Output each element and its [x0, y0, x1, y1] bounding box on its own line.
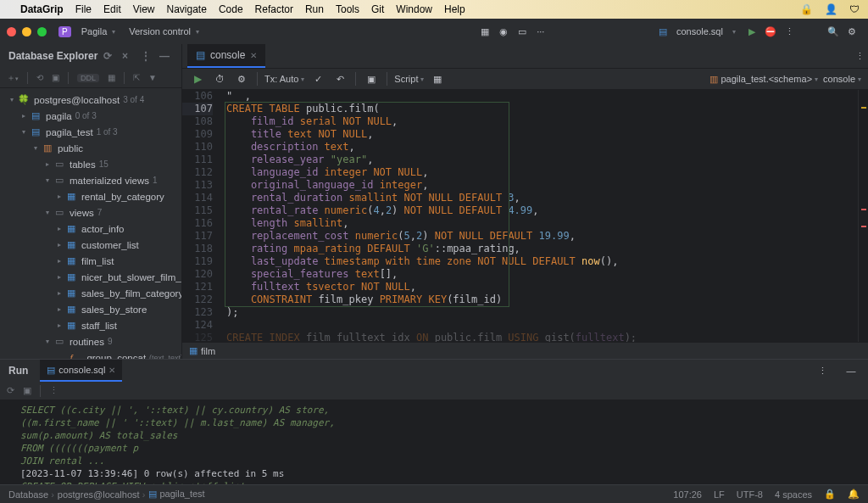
hide-icon[interactable]: —: [159, 50, 173, 62]
menu-edit[interactable]: Edit: [103, 3, 121, 15]
tree-root[interactable]: ▾🍀postgres@localhost3 of 4: [0, 92, 181, 108]
tree-view[interactable]: ▸▦customer_list: [0, 237, 181, 253]
menu-refactor[interactable]: Refactor: [255, 3, 293, 15]
schema-selector[interactable]: ▥pagila_test.<schema>: [709, 74, 818, 85]
run-output[interactable]: SELECT ((c.city || ', '::text) || cy.cou…: [0, 400, 868, 484]
menu-help[interactable]: Help: [444, 3, 465, 15]
run-more-icon[interactable]: ⋮: [814, 362, 831, 379]
history-icon[interactable]: ⏱: [211, 70, 228, 87]
tree-view[interactable]: ▸▦film_list: [0, 253, 181, 269]
more-run-icon[interactable]: ⋮: [780, 22, 798, 41]
crumb-label[interactable]: film: [201, 346, 215, 356]
debug-button[interactable]: ⛔: [761, 22, 780, 41]
menu-tools[interactable]: Tools: [336, 3, 359, 15]
lock-icon[interactable]: 🔒: [800, 3, 813, 15]
project-selector[interactable]: Pagila: [75, 26, 123, 36]
notifications-icon[interactable]: 🔔: [848, 489, 860, 500]
tree-views[interactable]: ▾▭views7: [0, 204, 181, 221]
filter-icon[interactable]: ▼: [148, 73, 157, 82]
close-button[interactable]: [7, 27, 16, 36]
commit-icon[interactable]: ✓: [309, 70, 326, 87]
tree-db-pagila-test[interactable]: ▾▤pagila_test1 of 3: [0, 124, 181, 140]
app-name[interactable]: DataGrip: [20, 3, 64, 15]
run-more2-icon[interactable]: ⋮: [49, 385, 58, 396]
editor-crumbs: ▦ film: [182, 342, 868, 359]
add-icon[interactable]: ＋▾: [7, 72, 19, 84]
open-folder-icon[interactable]: ▭: [513, 22, 531, 41]
rollback-icon[interactable]: ↶: [331, 70, 348, 87]
stop-exec-icon[interactable]: ▣: [363, 70, 380, 87]
table-icon[interactable]: ▦: [108, 73, 115, 82]
crumb-table-icon: ▦: [189, 345, 198, 356]
profile-icon[interactable]: 👤: [825, 3, 837, 15]
editor-tab-console[interactable]: ▤ console ✕: [187, 44, 265, 68]
explain-icon[interactable]: ⚙: [233, 70, 250, 87]
run-button[interactable]: ▶: [743, 22, 761, 41]
readonly-icon[interactable]: 🔒: [824, 489, 836, 500]
db-explorer-toolbar: ＋▾ ⟲ ▣ DDL ▦ ⇱ ▼: [0, 68, 181, 88]
menu-code[interactable]: Code: [219, 3, 243, 15]
search-icon[interactable]: 🔍: [824, 22, 843, 41]
run-tab[interactable]: ▤ console.sql ✕: [40, 360, 122, 382]
tree-view[interactable]: ▸▦sales_by_film_category: [0, 285, 181, 301]
refresh-icon[interactable]: ⟳: [103, 50, 117, 62]
run-anything-icon[interactable]: ◉: [494, 22, 513, 41]
tree-matviews[interactable]: ▾▭materialized views1: [0, 172, 181, 188]
ddl-button[interactable]: DDL: [77, 74, 99, 82]
vc-selector[interactable]: Version control: [122, 26, 206, 36]
rerun-icon[interactable]: ⟳: [7, 385, 14, 396]
stop-icon[interactable]: ▣: [52, 73, 59, 82]
db-explorer-header: Database Explorer ⟳ × ⋮ —: [0, 44, 181, 68]
grid-icon[interactable]: ▦: [429, 70, 446, 87]
menu-git[interactable]: Git: [371, 3, 384, 15]
mac-menubar: DataGrip File Edit View Navigate Code Re…: [0, 0, 868, 19]
indent[interactable]: 4 spaces: [775, 489, 812, 500]
line-ending[interactable]: LF: [714, 489, 725, 500]
more-icon[interactable]: ⋮: [141, 50, 154, 62]
menu-file[interactable]: File: [75, 3, 92, 15]
tree-view[interactable]: ▸▦nicer_but_slower_film_list: [0, 269, 181, 285]
tree-schema-public[interactable]: ▾▥public: [0, 140, 181, 156]
collapse-icon[interactable]: ×: [122, 50, 136, 62]
tree-routines[interactable]: ▾▭routines9: [0, 333, 181, 349]
database-icon[interactable]: ▦: [476, 22, 494, 41]
code-editor[interactable]: 1061071081091101111121131141151161171181…: [182, 90, 868, 342]
tree-db-pagila[interactable]: ▸▤pagila0 of 3: [0, 108, 181, 124]
tree-mv-rental[interactable]: ▸▦rental_by_category: [0, 188, 181, 204]
tree-view[interactable]: ▸▦sales_by_store: [0, 301, 181, 317]
tree-tables[interactable]: ▸▭tables15: [0, 156, 181, 172]
status-crumbs[interactable]: Database postgres@localhost ▤ pagila_tes…: [8, 489, 205, 500]
stop-run-icon[interactable]: ▣: [23, 385, 31, 396]
run-header: Run ▤ console.sql ✕ ⋮ —: [0, 360, 868, 382]
db-tree[interactable]: ▾🍀postgres@localhost3 of 4 ▸▤pagila0 of …: [0, 88, 181, 359]
window-controls: [7, 27, 47, 36]
settings-icon[interactable]: ⚙: [843, 22, 861, 41]
sync-icon[interactable]: ⟲: [36, 73, 43, 82]
encoding[interactable]: UTF-8: [737, 489, 763, 500]
maximize-button[interactable]: [37, 27, 47, 36]
close-tab-icon[interactable]: ✕: [250, 51, 257, 60]
error-strip[interactable]: ●1 ▲1 ✓56 ⌃: [858, 90, 868, 342]
run-hide-icon[interactable]: —: [843, 362, 860, 379]
tree-fn[interactable]: ƒ_group_concat(text, text): te: [0, 349, 181, 359]
tree-view[interactable]: ▸▦actor_info: [0, 221, 181, 237]
tree-view[interactable]: ▸▦staff_list: [0, 317, 181, 333]
editor-toolbar: ▶ ⏱ ⚙ Tx: Auto ✓ ↶ ▣ Script ▦ ▥pagila_te…: [182, 68, 868, 90]
caret-pos[interactable]: 107:26: [673, 489, 702, 500]
menu-navigate[interactable]: Navigate: [167, 3, 207, 15]
script-mode[interactable]: Script: [394, 74, 424, 84]
session-selector[interactable]: console: [823, 74, 861, 84]
menu-run[interactable]: Run: [305, 3, 324, 15]
more-icon[interactable]: ···: [531, 22, 550, 41]
menu-view[interactable]: View: [133, 3, 155, 15]
current-file[interactable]: ▤ console.sql ▾: [652, 26, 743, 37]
execute-button[interactable]: ▶: [189, 70, 206, 87]
menu-window[interactable]: Window: [396, 3, 432, 15]
jump-to-source-icon[interactable]: ⇱: [133, 73, 140, 82]
tabs-more-icon[interactable]: ⋮: [851, 48, 868, 64]
code-body[interactable]: " , CREATE TABLE public.film( film_id se…: [220, 90, 858, 342]
minimize-button[interactable]: [22, 27, 31, 36]
window-titlebar: P Pagila Version control ▦ ◉ ▭ ··· ▤ con…: [0, 19, 868, 44]
shield-icon[interactable]: 🛡: [849, 3, 860, 15]
tx-mode[interactable]: Tx: Auto: [264, 74, 304, 84]
